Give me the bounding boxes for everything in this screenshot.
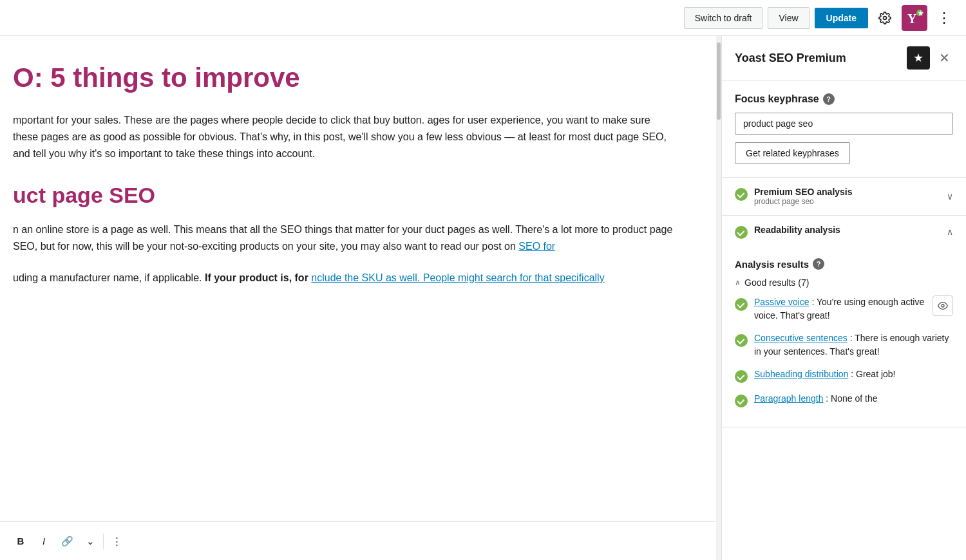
seo-for-link[interactable]: SEO for <box>518 241 555 252</box>
italic-button[interactable]: I <box>33 531 54 552</box>
good-results-label: Good results (7) <box>744 277 809 288</box>
yoast-logo-button[interactable]: Y ★ <box>902 5 927 31</box>
result-subheading-icon <box>735 369 748 383</box>
more-options-button[interactable]: ⋮ <box>933 6 956 30</box>
focus-keyphrase-help-icon[interactable]: ? <box>823 93 835 105</box>
subheading-distribution-link[interactable]: Subheading distribution <box>754 369 848 379</box>
toolbar: Switch to draft View Update Y ★ ⋮ <box>0 0 966 36</box>
result-passive-voice-icon <box>735 297 748 311</box>
star-button[interactable]: ★ <box>907 46 930 70</box>
link-button[interactable]: 🔗 <box>57 531 77 552</box>
sidebar-header-icons: ★ ✕ <box>907 46 953 70</box>
paragraph-length-rest: : None of the <box>826 393 877 404</box>
format-more-button[interactable]: ⋮ <box>106 531 127 552</box>
readability-label: Readability analysis <box>754 225 840 235</box>
focus-keyphrase-input[interactable] <box>735 113 953 135</box>
analysis-results-label-text: Analysis results <box>735 259 809 270</box>
scrollbar-thumb[interactable] <box>717 42 721 120</box>
subheading-distribution-text: Subheading distribution : Great job! <box>754 368 953 381</box>
seo-analysis-left: Premium SEO analysis product page seo <box>735 187 853 206</box>
svg-text:★: ★ <box>918 10 924 17</box>
editor-scrollbar[interactable] <box>716 36 721 560</box>
editor-body-para2-text: n an online store is a page as well. Thi… <box>13 224 672 252</box>
editor-scroll[interactable]: O: 5 things to improve mportant for your… <box>0 36 716 521</box>
readability-section: Readability analysis ∧ Analysis results … <box>722 216 966 427</box>
svg-point-0 <box>884 16 887 19</box>
switch-to-draft-button[interactable]: Switch to draft <box>684 7 763 29</box>
good-results-toggle[interactable]: ∧ Good results (7) <box>735 277 953 288</box>
seo-analysis-labels: Premium SEO analysis product page seo <box>754 187 853 206</box>
analysis-results-label-row: Analysis results ? <box>735 258 953 270</box>
svg-text:Y: Y <box>907 12 917 26</box>
analysis-results-section: Analysis results ? ∧ Good results (7) Pa… <box>722 248 966 427</box>
editor-body-para2: n an online store is a page as well. Thi… <box>13 221 677 254</box>
page-title: O: 5 things to improve <box>13 62 677 94</box>
editor-wrapper: O: 5 things to improve mportant for your… <box>0 36 716 560</box>
editor-h2: uct page SEO <box>13 182 677 209</box>
consecutive-sentences-text: Consecutive sentences : There is enough … <box>754 331 953 359</box>
yoast-logo-icon: Y ★ <box>903 6 926 30</box>
sidebar-title: Yoast SEO Premium <box>735 51 846 65</box>
seo-analysis-chevron-down: ∨ <box>947 191 953 201</box>
format-toolbar: B I 🔗 ⌄ ⋮ <box>0 521 716 560</box>
readability-header[interactable]: Readability analysis ∧ <box>722 216 966 248</box>
close-sidebar-button[interactable]: ✕ <box>935 49 953 67</box>
readability-chevron-up: ∧ <box>947 227 953 237</box>
consecutive-sentences-link[interactable]: Consecutive sentences <box>754 333 848 343</box>
premium-seo-analysis-row[interactable]: Premium SEO analysis product page seo ∨ <box>722 178 966 216</box>
result-item-subheading-distribution: Subheading distribution : Great job! <box>735 368 953 383</box>
result-item-passive-voice: Passive voice : You're using enough acti… <box>735 295 953 322</box>
eye-icon <box>938 301 948 311</box>
format-divider <box>103 534 104 549</box>
update-button[interactable]: Update <box>815 8 868 28</box>
passive-voice-text: Passive voice : You're using enough acti… <box>754 295 926 322</box>
settings-icon-button[interactable] <box>873 6 896 30</box>
paragraph-length-text: Paragraph length : None of the <box>754 392 953 406</box>
seo-analysis-label: Premium SEO analysis <box>754 187 853 197</box>
editor-body-para3-start: uding a manufacturer name, if applicable… <box>13 272 202 283</box>
subheading-distribution-rest: : Great job! <box>851 369 895 379</box>
editor-body-para1: mportant for your sales. These are the p… <box>13 112 677 162</box>
readability-left: Readability analysis <box>735 225 840 239</box>
get-related-keyphrases-button[interactable]: Get related keyphrases <box>735 142 850 164</box>
more-formats-button[interactable]: ⌄ <box>80 531 100 552</box>
result-item-paragraph-length: Paragraph length : None of the <box>735 392 953 407</box>
seo-analysis-green-indicator <box>735 188 748 201</box>
result-paragraph-icon <box>735 393 748 407</box>
star-icon: ★ <box>913 51 923 65</box>
passive-voice-green-dot <box>735 298 748 311</box>
result-item-consecutive-sentences: Consecutive sentences : There is enough … <box>735 331 953 359</box>
subheading-green-dot <box>735 370 748 383</box>
editor-body-para3: uding a manufacturer name, if applicable… <box>13 270 677 286</box>
svg-point-5 <box>942 304 944 307</box>
consecutive-green-dot <box>735 334 748 347</box>
yoast-sidebar: Yoast SEO Premium ★ ✕ Focus keyphrase ? … <box>721 36 966 560</box>
focus-keyphrase-label-text: Focus keyphrase <box>735 93 819 105</box>
view-button[interactable]: View <box>768 7 809 29</box>
good-results-chevron: ∧ <box>735 278 741 287</box>
bold-button[interactable]: B <box>10 531 31 552</box>
seo-analysis-sublabel: product page seo <box>754 197 853 206</box>
analysis-results-help-icon[interactable]: ? <box>813 258 824 270</box>
readability-green-indicator <box>735 226 748 239</box>
focus-keyphrase-section: Focus keyphrase ? Get related keyphrases <box>722 80 966 178</box>
vertical-dots-icon: ⋮ <box>937 10 951 26</box>
paragraph-green-dot <box>735 395 748 407</box>
paragraph-length-link[interactable]: Paragraph length <box>754 393 823 404</box>
editor-body-para3-bold: If your product is, for <box>205 272 308 283</box>
close-icon: ✕ <box>939 50 950 66</box>
passive-voice-link[interactable]: Passive voice <box>754 297 810 307</box>
passive-voice-eye-button[interactable] <box>933 295 953 316</box>
main-layout: O: 5 things to improve mportant for your… <box>0 36 966 560</box>
result-consecutive-icon <box>735 333 748 347</box>
focus-keyphrase-label-row: Focus keyphrase ? <box>735 93 953 105</box>
gear-icon <box>878 12 891 24</box>
sku-link[interactable]: nclude the SKU as well. People might sea… <box>311 272 604 283</box>
sidebar-header: Yoast SEO Premium ★ ✕ <box>722 36 966 80</box>
